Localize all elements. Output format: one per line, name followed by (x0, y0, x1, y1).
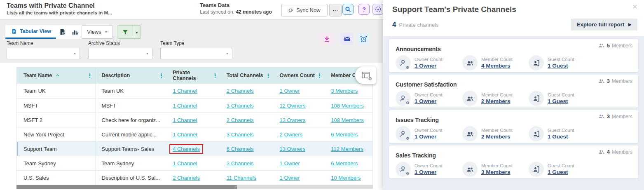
card-stats: ⚙ Owner Count 1 Owner Member Count 2 Mem… (396, 126, 632, 141)
column-header-private-channels[interactable]: Private Channels ⋮ (167, 67, 221, 84)
owners-count-link[interactable]: 13 Owners (280, 117, 306, 123)
total-channels-link[interactable]: 3 Channels (227, 103, 254, 109)
more-options-button[interactable]: ⋯ (329, 4, 342, 16)
column-menu-icon[interactable]: ⋮ (87, 73, 93, 79)
column-header-description[interactable]: Description ⋮ (96, 67, 167, 84)
private-channels-link[interactable]: 1 Channel (173, 88, 197, 94)
schedule-check-button[interactable] (372, 4, 384, 15)
owners-count-link[interactable]: 1 Owner (280, 160, 300, 167)
column-menu-icon[interactable]: ⋮ (266, 73, 271, 79)
card-title: Customer Satisfaction (396, 81, 632, 88)
members-icon (462, 126, 478, 141)
member-count-link[interactable]: 6 Members (331, 131, 358, 138)
members-badge: 3 Members (598, 113, 632, 120)
private-channels-link[interactable]: 1 Channel (173, 160, 197, 167)
member-count-link[interactable]: 3 Members (331, 88, 358, 94)
member-count-link[interactable]: 10 Members (331, 175, 361, 181)
total-channels-link[interactable]: 6 Channels (227, 146, 254, 152)
members-icon (462, 162, 478, 177)
column-menu-icon[interactable]: ⋮ (317, 73, 322, 79)
total-channels-link[interactable]: 2 Channels (227, 117, 254, 123)
horizontal-scrollbar-thumb[interactable] (16, 185, 237, 189)
member-count-link[interactable]: 112 Members (331, 146, 363, 152)
table-row[interactable]: MSFT MSFT 1 Channel 3 Channels 12 Owners… (17, 98, 372, 113)
help-icon: ? (362, 6, 366, 13)
alert-button[interactable] (357, 33, 370, 45)
page-subtitle: Lists all the teams with private channel… (7, 10, 112, 15)
table-row[interactable]: New York Project Current mobile applic..… (17, 127, 372, 141)
panel-title: Support Team's Private Channels (392, 5, 516, 14)
column-menu-icon[interactable]: ⋮ (159, 73, 164, 79)
stat-value-link[interactable]: 1 Guest (548, 134, 568, 140)
guest-count-stat: Guest Count 1 Guest (529, 126, 574, 141)
table-row[interactable]: Team UK Team UK 1 Channel 2 Channels 1 O… (17, 84, 372, 98)
filter-dropdown-button[interactable]: ▼ (133, 26, 141, 38)
total-channels-link[interactable]: 11 Channels (227, 175, 256, 181)
stat-value-link[interactable]: 3 Members (481, 169, 511, 175)
stat-value-link[interactable]: 1 Owner (415, 169, 436, 175)
column-header-owners-count[interactable]: Owners Count ⋮ (274, 67, 326, 84)
close-icon[interactable]: × (632, 2, 637, 12)
column-label: Owners Count (280, 73, 315, 78)
explore-full-report-button[interactable]: Explore full report ▶ (571, 19, 637, 30)
stat-value-link[interactable]: 1 Guest (548, 63, 568, 69)
sync-now-button[interactable]: ⟳ Sync Now (281, 4, 328, 16)
email-button[interactable] (341, 33, 353, 45)
team-name-select[interactable]: ▼ (7, 48, 80, 59)
table-row[interactable]: U.S. Sales Description of U.S. Sal... 2 … (17, 170, 372, 185)
chart-view-button[interactable] (69, 25, 82, 39)
members-badge: 5 Members (598, 42, 632, 49)
total-channels-link[interactable]: 2 Channels (227, 88, 254, 94)
help-button[interactable]: ? (358, 4, 370, 15)
column-header-team-name[interactable]: Team Name ⋮ (17, 67, 96, 84)
channel-card: 3 Members Issues Tracking ⚙ Owner Count … (389, 110, 638, 143)
horizontal-scrollbar[interactable] (16, 185, 373, 189)
archive-status-select[interactable]: ▼ (88, 48, 152, 59)
stat-value-link[interactable]: 1 Guest (548, 169, 568, 175)
owners-count-link[interactable]: 12 Owners (280, 103, 306, 109)
owners-count-link[interactable]: 2 Owners (280, 131, 303, 138)
panel-cards: 5 Members Announcements ⚙ Owner Count 1 … (383, 36, 644, 190)
private-channels-link[interactable]: 1 Channel (173, 117, 197, 123)
filter-button[interactable] (117, 26, 133, 38)
private-channels-link[interactable]: 2 Channels (173, 175, 200, 181)
private-channels-link[interactable]: 4 Channels (169, 144, 203, 154)
card-title: Issues Tracking (396, 117, 632, 123)
column-menu-icon[interactable]: ⋮ (213, 73, 218, 79)
stat-value-link[interactable]: 1 Guest (548, 98, 568, 104)
stat-value-link[interactable]: 2 Members (481, 134, 511, 140)
cell-description: Team UK (96, 84, 167, 98)
team-type-select[interactable]: ▼ (160, 48, 232, 59)
private-channels-link[interactable]: 1 Channel (173, 131, 197, 138)
table-row[interactable]: MSFT 2 Check here for organiz... 1 Chann… (17, 113, 372, 127)
private-channels-link[interactable]: 1 Channel (173, 103, 197, 109)
views-dropdown[interactable]: Views ▼ (82, 25, 113, 39)
owners-count-link[interactable]: 13 Owners (280, 146, 306, 152)
member-count-link[interactable]: 108 Members (331, 117, 363, 123)
stat-value-link[interactable]: 1 Owner (415, 98, 436, 104)
card-members-label: Members (612, 78, 632, 84)
column-chooser-button[interactable]: ⚙ (355, 66, 376, 84)
stat-value-link[interactable]: 1 Owner (415, 63, 436, 69)
guest-icon (529, 91, 544, 106)
summary-view-button[interactable] (56, 25, 69, 39)
owners-count-link[interactable]: 1 Owner (280, 88, 300, 94)
table-row[interactable]: Team Sydney Team Sydney 1 Channel 3 Chan… (17, 156, 372, 170)
members-icon (462, 91, 478, 106)
owners-count-link[interactable]: 1 Owner (280, 175, 300, 181)
search-button[interactable] (342, 4, 354, 15)
total-channels-link[interactable]: 3 Channels (227, 131, 254, 138)
page-title: Teams with Private Channel (7, 2, 112, 9)
member-count-link[interactable]: 6 Members (331, 160, 358, 167)
download-button[interactable] (321, 33, 333, 45)
column-header-total-channels[interactable]: Total Channels ⋮ (221, 67, 274, 84)
member-count-link[interactable]: 108 Members (331, 103, 363, 109)
stat-value-link[interactable]: 2 Members (481, 98, 511, 104)
members-group-icon (598, 42, 605, 49)
tab-tabular-view[interactable]: Tabular View (5, 25, 56, 39)
channel-card: 3 Members Customer Satisfaction ⚙ Owner … (389, 75, 638, 108)
stat-value-link[interactable]: 4 Members (481, 63, 511, 69)
table-row[interactable]: Support Team Support Teams- Sales 4 Chan… (17, 141, 372, 156)
total-channels-link[interactable]: 3 Channels (227, 160, 254, 167)
stat-value-link[interactable]: 1 Owner (415, 134, 436, 140)
